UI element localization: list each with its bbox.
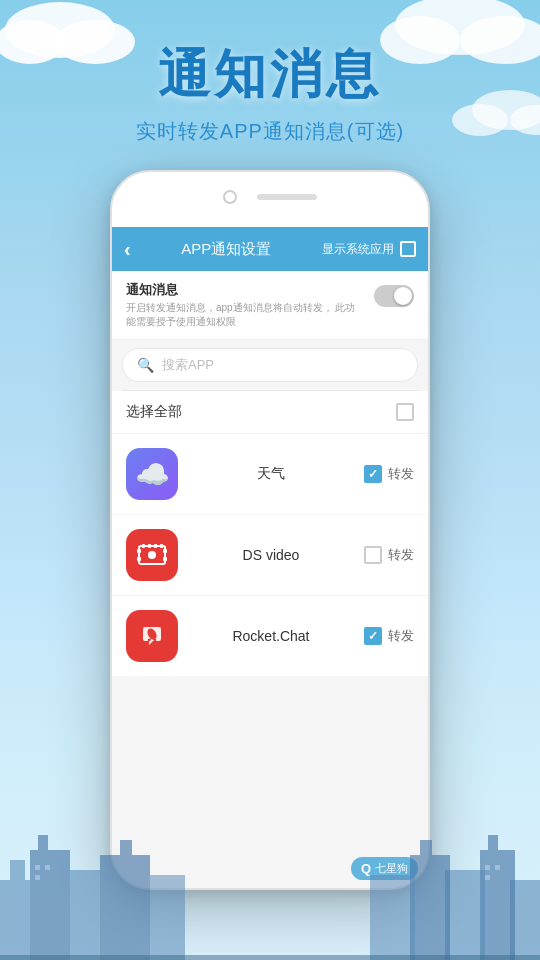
svg-rect-40 xyxy=(495,865,500,870)
svg-rect-41 xyxy=(485,875,490,880)
notification-desc: 开启转发通知消息，app通知消息将自动转发， 此功能需要授予使用通知权限 xyxy=(126,301,364,329)
select-all-checkbox[interactable] xyxy=(396,403,414,421)
svg-rect-42 xyxy=(0,955,540,960)
rocketchat-app-info: Rocket.Chat xyxy=(178,628,364,644)
dsvideo-app-info: DS video xyxy=(178,547,364,563)
svg-rect-12 xyxy=(163,549,167,553)
app-item-dsvideo[interactable]: DS video 转发 xyxy=(112,515,428,596)
svg-rect-25 xyxy=(70,870,100,960)
search-icon: 🔍 xyxy=(137,357,154,373)
svg-rect-22 xyxy=(10,860,25,880)
svg-rect-35 xyxy=(445,870,485,960)
notification-row: 通知消息 开启转发通知消息，app通知消息将自动转发， 此功能需要授予使用通知权… xyxy=(112,271,428,340)
dsvideo-icon-wrapper xyxy=(126,529,178,581)
app-topbar: ‹ APP通知设置 显示系统应用 xyxy=(112,227,428,271)
main-title: 通知消息 xyxy=(0,40,540,110)
svg-point-14 xyxy=(148,551,156,559)
dsvideo-unchecked-box[interactable] xyxy=(364,546,382,564)
svg-rect-17 xyxy=(154,544,157,548)
dsvideo-app-name: DS video xyxy=(190,547,352,563)
weather-app-icon: ☁️ xyxy=(126,448,178,500)
back-button[interactable]: ‹ xyxy=(124,238,131,261)
show-system-label: 显示系统应用 xyxy=(322,241,394,258)
app-item-rocketchat[interactable]: Rocket.Chat ✓ 转发 xyxy=(112,596,428,677)
svg-rect-30 xyxy=(45,865,50,870)
svg-rect-29 xyxy=(35,865,40,870)
app-item-weather[interactable]: ☁️ 天气 ✓ 转发 xyxy=(112,434,428,515)
svg-rect-33 xyxy=(480,850,515,960)
svg-rect-18 xyxy=(160,544,163,548)
phone-outer: ‹ APP通知设置 显示系统应用 通知消息 开启转发通知消息，app通知消息将自… xyxy=(110,170,430,890)
phone-mockup: ‹ APP通知设置 显示系统应用 通知消息 开启转发通知消息，app通知消息将自… xyxy=(110,170,430,890)
rocketchat-app-icon xyxy=(126,610,178,662)
search-bar[interactable]: 🔍 搜索APP xyxy=(122,348,418,382)
svg-rect-10 xyxy=(137,549,141,553)
svg-rect-15 xyxy=(142,544,145,548)
watermark-text: 七星狗 xyxy=(375,861,408,876)
dsvideo-app-icon xyxy=(126,529,178,581)
svg-rect-39 xyxy=(485,865,490,870)
sub-title: 实时转发APP通知消息(可选) xyxy=(0,118,540,145)
rocketchat-checkmark: ✓ xyxy=(368,629,378,643)
svg-rect-11 xyxy=(137,557,141,561)
svg-rect-32 xyxy=(510,880,540,960)
weather-app-action[interactable]: ✓ 转发 xyxy=(364,465,414,483)
svg-rect-31 xyxy=(35,875,40,880)
heading-area: 通知消息 实时转发APP通知消息(可选) xyxy=(0,40,540,145)
weather-action-label: 转发 xyxy=(388,465,414,483)
weather-icon-wrapper: ☁️ xyxy=(126,448,178,500)
svg-rect-21 xyxy=(0,880,30,960)
phone-speaker xyxy=(257,194,317,200)
weather-app-name: 天气 xyxy=(190,465,352,483)
phone-top-bar xyxy=(112,190,428,204)
topbar-title: APP通知设置 xyxy=(139,240,314,259)
system-app-checkbox[interactable] xyxy=(400,241,416,257)
weather-app-info: 天气 xyxy=(178,465,364,483)
phone-camera xyxy=(223,190,237,204)
rocketchat-app-name: Rocket.Chat xyxy=(190,628,352,644)
topbar-right: 显示系统应用 xyxy=(322,241,416,258)
svg-rect-24 xyxy=(38,835,48,850)
dsvideo-app-action[interactable]: 转发 xyxy=(364,546,414,564)
rocketchat-app-action[interactable]: ✓ 转发 xyxy=(364,627,414,645)
notification-toggle[interactable] xyxy=(374,285,414,307)
watermark: Q 七星狗 xyxy=(351,857,418,880)
rocketchat-icon-wrapper xyxy=(126,610,178,662)
svg-rect-23 xyxy=(30,850,70,960)
dsvideo-action-label: 转发 xyxy=(388,546,414,564)
rocketchat-checked-box[interactable]: ✓ xyxy=(364,627,382,645)
phone-screen: ‹ APP通知设置 显示系统应用 通知消息 开启转发通知消息，app通知消息将自… xyxy=(112,227,428,888)
watermark-q: Q xyxy=(361,861,371,876)
rocketchat-action-label: 转发 xyxy=(388,627,414,645)
svg-rect-34 xyxy=(488,835,498,850)
weather-checked-box[interactable]: ✓ xyxy=(364,465,382,483)
search-placeholder: 搜索APP xyxy=(162,356,214,374)
svg-rect-16 xyxy=(148,544,151,548)
app-list: ☁️ 天气 ✓ 转发 xyxy=(112,434,428,677)
weather-checkmark: ✓ xyxy=(368,467,378,481)
notification-title: 通知消息 xyxy=(126,281,364,299)
toggle-knob xyxy=(394,287,412,305)
select-all-label: 选择全部 xyxy=(126,403,182,421)
svg-rect-13 xyxy=(163,557,167,561)
select-all-row[interactable]: 选择全部 xyxy=(112,391,428,434)
notification-text: 通知消息 开启转发通知消息，app通知消息将自动转发， 此功能需要授予使用通知权… xyxy=(126,281,374,329)
